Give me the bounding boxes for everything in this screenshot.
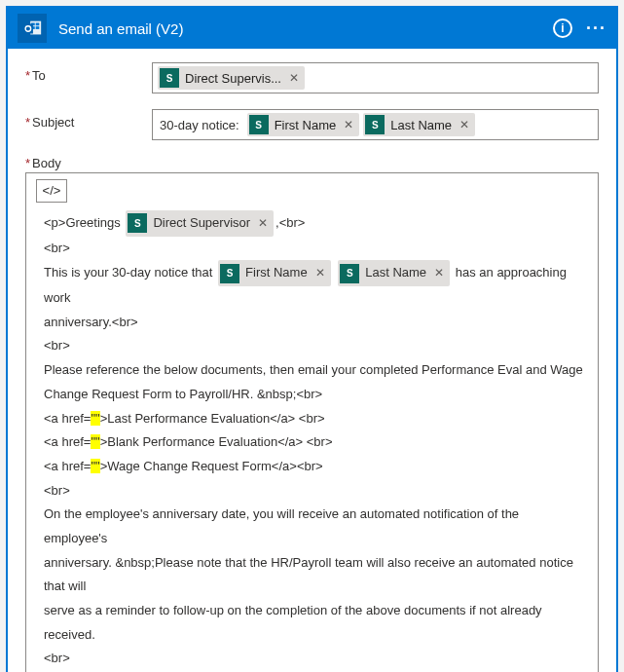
body-text: This is your 30-day notice that [44, 265, 212, 280]
sharepoint-badge-icon: S [128, 213, 147, 233]
token-first-name[interactable]: S First Name ✕ [247, 113, 360, 136]
body-text: <br> [44, 237, 584, 261]
body-text: serve as a reminder to follow-up on the … [44, 599, 584, 647]
token-direct-supervisor[interactable]: S Direct Supervis... ✕ [158, 66, 305, 90]
body-text: anniversary. &nbsp;Please note that the … [44, 551, 584, 599]
body-text: <br> [44, 334, 584, 358]
body-text: >Wage Change Request Form</a><br> [100, 459, 323, 473]
highlight: "" [91, 434, 99, 449]
body-text: <a href= [44, 459, 91, 473]
sharepoint-badge-icon: S [220, 264, 239, 283]
token-last-name[interactable]: S Last Name ✕ [363, 113, 475, 136]
body-text: Change Request Form to Payroll/HR. &nbsp… [44, 383, 584, 407]
svg-rect-4 [36, 26, 40, 29]
subject-prefix: 30-day notice: [158, 118, 243, 132]
card-title: Send an email (V2) [58, 20, 553, 37]
remove-token-icon[interactable]: ✕ [313, 262, 325, 284]
remove-token-icon[interactable]: ✕ [287, 71, 299, 85]
body-text: <br> [44, 647, 584, 671]
token-last-name[interactable]: S Last Name ✕ [338, 260, 450, 286]
token-label: Last Name [365, 261, 426, 285]
body-content[interactable]: <p>Greetings S Direct Supervisor ✕ ,<br>… [36, 210, 588, 672]
to-row: To S Direct Supervis... ✕ [25, 62, 599, 93]
subject-input[interactable]: 30-day notice: S First Name ✕ S Last Nam… [152, 109, 599, 140]
card-header: Send an email (V2) i ··· [8, 8, 616, 49]
sharepoint-badge-icon: S [160, 68, 179, 88]
body-text: >Last Performance Evaluation</a> <br> [100, 411, 325, 426]
body-text: >Blank Performance Evaluation</a> <br> [100, 434, 333, 449]
remove-token-icon[interactable]: ✕ [256, 212, 268, 235]
token-direct-supervisor[interactable]: S Direct Supervisor ✕ [126, 210, 274, 237]
outlook-icon [18, 14, 47, 43]
code-view-toggle[interactable]: </> [36, 179, 67, 203]
highlight: "" [91, 459, 99, 473]
token-label: Direct Supervisor [153, 211, 250, 236]
body-text: <a href= [44, 434, 91, 449]
remove-token-icon[interactable]: ✕ [432, 262, 444, 284]
svg-rect-5 [23, 23, 33, 33]
more-icon[interactable]: ··· [586, 19, 606, 39]
remove-token-icon[interactable]: ✕ [342, 118, 353, 131]
svg-rect-2 [36, 23, 40, 26]
token-label: First Name [245, 261, 308, 285]
to-label: To [25, 62, 152, 93]
sharepoint-badge-icon: S [365, 115, 385, 134]
body-label: Body [25, 156, 599, 170]
info-icon[interactable]: i [553, 19, 572, 38]
card-body: To S Direct Supervis... ✕ Subject 30-day… [8, 49, 616, 672]
token-label: Last Name [390, 118, 452, 132]
body-box[interactable]: </> <p>Greetings S Direct Supervisor ✕ ,… [25, 172, 599, 672]
body-text: <a href= [44, 411, 91, 426]
token-label: First Name [275, 118, 337, 132]
body-text: Please reference the below documents, th… [44, 358, 584, 383]
body-text: <br> [44, 479, 584, 504]
body-text: anniversary.<br> [44, 311, 584, 335]
highlight: "" [91, 411, 99, 426]
token-first-name[interactable]: S First Name ✕ [218, 260, 331, 286]
sharepoint-badge-icon: S [249, 115, 269, 134]
action-card: Send an email (V2) i ··· To S Direct Sup… [6, 6, 618, 672]
subject-label: Subject [25, 109, 152, 140]
sharepoint-badge-icon: S [340, 264, 359, 283]
subject-row: Subject 30-day notice: S First Name ✕ S … [25, 109, 599, 140]
body-text: On the employee's anniversary date, you … [44, 503, 584, 550]
to-input[interactable]: S Direct Supervis... ✕ [152, 62, 599, 93]
remove-token-icon[interactable]: ✕ [458, 118, 469, 131]
token-label: Direct Supervis... [185, 71, 281, 86]
body-text: ,<br> [275, 215, 305, 230]
body-text: <p>Greetings [44, 215, 121, 230]
